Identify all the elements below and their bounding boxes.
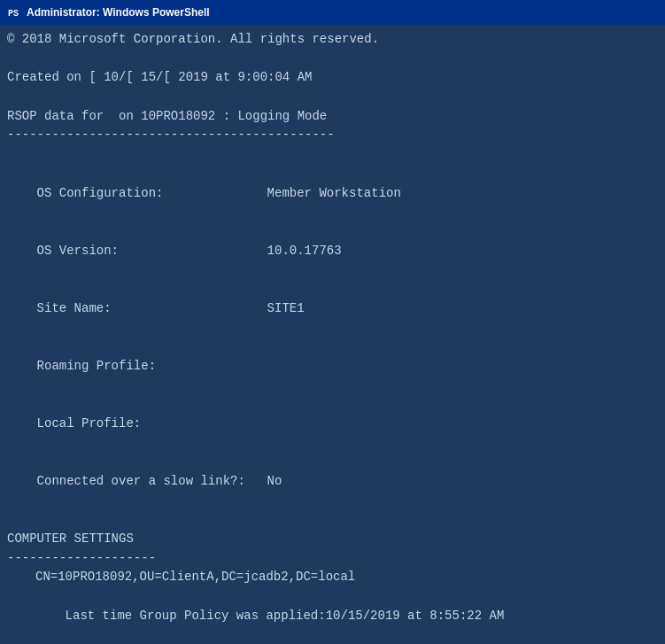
os-config-value: Member Workstation: [267, 186, 401, 200]
os-version-value: 10.0.17763: [267, 244, 342, 258]
title-bar: PS Administrator: Windows PowerShell: [0, 0, 665, 25]
os-config-label: OS Configuration:: [37, 184, 267, 204]
blank-line-2: [7, 88, 658, 107]
created-line: Created on [ 10/[ 15/[ 2019 at 9:00:04 A…: [7, 68, 658, 88]
os-version-label: OS Version:: [37, 242, 267, 261]
last-time-line: Last time Group Policy was applied:10/15…: [7, 587, 658, 644]
last-time-value: 10/15/2019 at 8:55:22 AM: [326, 609, 505, 623]
rsop-line: RSOP data for on 10PRO18092 : Logging Mo…: [7, 107, 658, 127]
os-version-line: OS Version:10.0.17763: [7, 222, 658, 280]
computer-settings-header: COMPUTER SETTINGS: [7, 530, 658, 549]
local-profile-line: Local Profile:: [7, 395, 658, 453]
blank-line-1: [7, 50, 658, 69]
site-name-line: Site Name:SITE1: [7, 280, 658, 338]
svg-text:PS: PS: [8, 9, 19, 19]
roaming-profile-label: Roaming Profile:: [37, 357, 267, 376]
powershell-icon: PS: [7, 5, 21, 19]
site-name-label: Site Name:: [37, 299, 267, 319]
slow-link-value: No: [267, 474, 282, 488]
separator-1: ----------------------------------------…: [7, 126, 658, 145]
blank-line-3: [7, 145, 658, 165]
copyright-line: © 2018 Microsoft Corporation. All rights…: [7, 30, 658, 50]
console-area: © 2018 Microsoft Corporation. All rights…: [0, 25, 665, 644]
title-bar-text: Administrator: Windows PowerShell: [27, 6, 210, 19]
os-config-line: OS Configuration:Member Workstation: [7, 165, 658, 222]
blank-line-4: [7, 510, 658, 530]
local-profile-label: Local Profile:: [37, 415, 267, 434]
slow-link-label: Connected over a slow link?:: [37, 472, 267, 492]
site-name-value: SITE1: [267, 301, 305, 315]
separator-2: --------------------: [7, 549, 658, 569]
cn-line: CN=10PRO18092,OU=ClientA,DC=jcadb2,DC=lo…: [7, 568, 658, 587]
slow-link-line: Connected over a slow link?:No: [7, 453, 658, 510]
last-time-label: Last time Group Policy was applied:: [66, 607, 326, 626]
roaming-profile-line: Roaming Profile:: [7, 338, 658, 395]
